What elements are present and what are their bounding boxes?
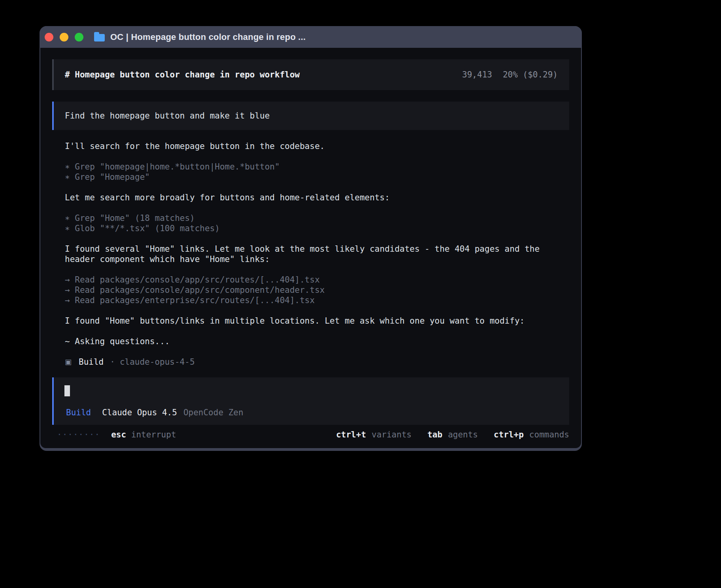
tool-call: ∗ Glob "**/*.tsx" (100 matches) — [65, 223, 568, 234]
esc-key-label: esc — [111, 430, 126, 439]
folder-icon — [94, 34, 105, 41]
input-meta: Build Claude Opus 4.5 OpenCode Zen — [66, 407, 243, 418]
input-model-label: Claude Opus 4.5 — [102, 407, 177, 418]
terminal-content: # Homepage button color change in repo w… — [40, 48, 581, 448]
esc-action-label: interrupt — [131, 430, 176, 439]
status-bar: ········ esc interrupt ctrl+t variants t… — [52, 430, 569, 440]
status-left: ········ esc interrupt — [57, 430, 176, 440]
esc-hint: esc interrupt — [111, 430, 176, 440]
separator-dot: · — [110, 357, 115, 367]
assistant-status: ~ Asking questions... — [65, 336, 568, 347]
terminal-window: OC | Homepage button color change in rep… — [40, 26, 582, 451]
shortcut-label: variants — [372, 430, 411, 440]
assistant-text: I found several "Home" links. Let me loo… — [65, 244, 568, 264]
tool-call: → Read packages/enterprise/src/routes/[.… — [65, 295, 568, 305]
agent-model: claude-opus-4-5 — [120, 357, 195, 367]
assistant-text: I found "Home" buttons/links in multiple… — [65, 316, 568, 326]
assistant-text: I'll search for the homepage button in t… — [65, 141, 568, 151]
agent-meta: · claude-opus-4-5 — [110, 357, 194, 367]
window-titlebar[interactable]: OC | Homepage button color change in rep… — [40, 26, 582, 48]
assistant-message: I found "Home" buttons/links in multiple… — [65, 316, 568, 326]
zoom-window-button[interactable] — [75, 33, 83, 41]
spinner-dots: ········ — [57, 430, 100, 440]
assistant-message: I'll search for the homepage button in t… — [65, 141, 568, 151]
status-shortcuts: ctrl+t variants tab agents ctrl+p comman… — [336, 430, 569, 440]
input-provider-label: OpenCode Zen — [183, 407, 243, 418]
token-count: 39,413 — [462, 70, 492, 80]
tool-call: ∗ Grep "Home" (18 matches) — [65, 213, 568, 223]
shortcut-key: ctrl+t — [336, 430, 366, 440]
shortcut-commands: ctrl+p commands — [494, 430, 569, 440]
traffic-lights — [45, 33, 83, 41]
shortcut-label: agents — [448, 430, 478, 440]
asking-questions-status: ~ Asking questions... — [65, 336, 568, 347]
context-usage: 20% ($0.29) — [503, 70, 558, 80]
session-title: # Homepage button color change in repo w… — [65, 70, 300, 80]
tool-call: ∗ Grep "homepage|home.*button|Home.*butt… — [65, 162, 568, 172]
tool-call: → Read packages/console/app/src/routes/[… — [65, 275, 568, 285]
minimize-window-button[interactable] — [60, 33, 68, 41]
tool-call-group: → Read packages/console/app/src/routes/[… — [65, 275, 568, 305]
agent-icon: ▣ — [65, 357, 72, 367]
shortcut-variants: ctrl+t variants — [336, 430, 411, 440]
tool-call-group: ∗ Grep "homepage|home.*button|Home.*butt… — [65, 162, 568, 182]
session-stats: 39,413 20% ($0.29) — [462, 70, 558, 80]
tool-call-group: ∗ Grep "Home" (18 matches) ∗ Glob "**/*.… — [65, 213, 568, 234]
shortcut-agents: tab agents — [427, 430, 478, 440]
tool-call: → Read packages/console/app/src/componen… — [65, 285, 568, 295]
assistant-message: Let me search more broadly for buttons a… — [65, 192, 568, 203]
user-message-text: Find the homepage button and make it blu… — [65, 111, 270, 121]
prompt-input[interactable]: Build Claude Opus 4.5 OpenCode Zen — [52, 377, 569, 425]
assistant-message: I found several "Home" links. Let me loo… — [65, 244, 568, 264]
shortcut-key: tab — [427, 430, 442, 440]
input-mode-badge[interactable]: Build — [66, 407, 91, 418]
assistant-text: Let me search more broadly for buttons a… — [65, 192, 568, 203]
assistant-transcript: I'll search for the homepage button in t… — [52, 141, 569, 367]
close-window-button[interactable] — [45, 33, 53, 41]
agent-name: Build — [79, 357, 104, 367]
session-header: # Homepage button color change in repo w… — [52, 59, 569, 90]
user-message: Find the homepage button and make it blu… — [52, 102, 569, 130]
text-cursor — [64, 385, 70, 396]
agent-status-row: ▣ Build · claude-opus-4-5 — [65, 357, 568, 367]
shortcut-key: ctrl+p — [494, 430, 524, 440]
tool-call: ∗ Grep "Homepage" — [65, 172, 568, 182]
window-title-group: OC | Homepage button color change in rep… — [94, 32, 306, 42]
shortcut-label: commands — [529, 430, 569, 440]
window-title: OC | Homepage button color change in rep… — [110, 32, 306, 42]
